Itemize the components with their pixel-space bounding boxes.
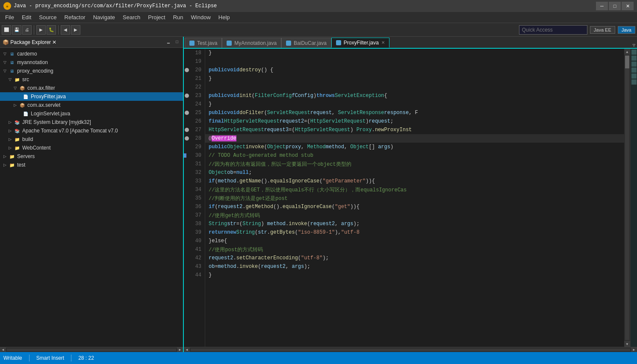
code-line-30: // TODO Auto-generated method stub (205, 151, 624, 160)
line-numbers: 18 19 20 21 22 23 24 25 (184, 49, 205, 347)
toolbar-save[interactable]: 💾 (12, 25, 21, 35)
code-line-20: public void destroy() { (205, 66, 624, 74)
tree-item-tomcat[interactable]: ▷ 📚 Apache Tomcat v7.0 [Apache Tomcat v7… (0, 126, 183, 135)
status-writable: Writable (3, 355, 22, 361)
tabs-overflow[interactable]: ▽ (632, 42, 635, 48)
tab-test-java[interactable]: Test.java (185, 38, 222, 48)
pe-scroll-track[interactable] (7, 349, 176, 351)
tab-label-baiducar: BaiDuCar.java (294, 40, 327, 46)
menu-file[interactable]: File (2, 13, 18, 21)
menu-search[interactable]: Search (119, 13, 144, 21)
editor-hscroll-track[interactable] (191, 349, 630, 351)
tree-item-com-ax-filter[interactable]: ▽ 📦 com.ax.filter (0, 84, 183, 92)
pe-header: 📦 Package Explorer ✕ 🗕 □ (0, 37, 183, 48)
tree-item-cardemo[interactable]: ▽ 🖥 cardemo (0, 50, 183, 58)
quick-access-input[interactable] (519, 25, 587, 35)
tab-close-proxyfilter[interactable]: ✕ (381, 40, 385, 45)
gutter-33: 33 (184, 177, 205, 185)
tree-item-servers[interactable]: ▷ 📁 Servers (0, 152, 183, 161)
toolbar-sep-2 (58, 25, 59, 35)
rs-btn-6[interactable] (631, 79, 637, 85)
code-line-36: if(request2.getMethod().equalsIgnoreCase… (205, 203, 624, 211)
vscroll-track[interactable] (625, 56, 629, 340)
maximize-button[interactable]: □ (609, 2, 621, 10)
code-line-24: } (205, 100, 624, 109)
rs-btn-5[interactable] (631, 73, 637, 79)
pe-minimize[interactable]: 🗕 (165, 39, 172, 46)
vscroll-thumb[interactable] (625, 56, 629, 68)
gutter-38: 38 (184, 220, 205, 228)
menu-source[interactable]: Source (35, 13, 60, 21)
code-line-28: @Override (205, 134, 624, 143)
tree-item-proxy-encoding[interactable]: ▽ 🖥 proxy_encoding (0, 67, 183, 75)
menu-run[interactable]: Run (170, 13, 187, 21)
vscroll-up[interactable]: ▲ (624, 49, 630, 55)
menu-refactor[interactable]: Refactor (61, 13, 89, 21)
code-line-39: return new String(str.getBytes("iso-8859… (205, 228, 624, 237)
code-line-35: //判断使用的方法是get还是post (205, 194, 624, 203)
gutter-39: 39 (184, 228, 205, 237)
tab-icon-test (189, 41, 195, 46)
tab-myannotation-java[interactable]: MyAnnotation.java (222, 38, 281, 48)
tree-item-src[interactable]: ▽ 📁 src (0, 75, 183, 84)
rs-btn-4[interactable] (631, 68, 637, 73)
perspective-java[interactable]: Java (618, 26, 635, 34)
code-line-25: public void doFilter(ServletRequest requ… (205, 109, 624, 117)
toolbar-forward[interactable]: ▶ (71, 25, 80, 35)
tree-item-test[interactable]: ▷ 📁 test (0, 161, 183, 169)
minimize-button[interactable]: ─ (596, 2, 608, 10)
menu-help[interactable]: Help (215, 13, 233, 21)
tab-baiducar-java[interactable]: BaiDuCar.java (281, 38, 331, 48)
tree-item-loginservlet[interactable]: 📄 LoginServlet.java (0, 109, 183, 118)
editor-hscroll[interactable]: ◀ ▶ (184, 347, 637, 352)
tab-label-test: Test.java (197, 40, 217, 46)
pe-horizontal-scrollbar[interactable]: ◀ ▶ (0, 347, 183, 352)
status-insert-mode: Smart Insert (36, 355, 64, 361)
toolbar-run[interactable]: ▶ (36, 25, 46, 35)
gutter-36: 36 (184, 203, 205, 211)
breakpoint-25 (185, 111, 189, 115)
editor-hscroll-left[interactable]: ◀ (184, 347, 190, 352)
pe-tree: ▽ 🖥 cardemo ▽ 🖥 myannotation ▽ 🖥 proxy_e… (0, 48, 183, 347)
tree-item-build[interactable]: ▷ 📁 build (0, 135, 183, 144)
toolbar-new[interactable]: ⬜ (2, 25, 11, 35)
perspective-java-ee[interactable]: Java EE (590, 26, 615, 34)
toolbar-debug[interactable]: 🐛 (47, 25, 56, 35)
tree-item-proxyfilter[interactable]: 📄 ProxyFilter.java (0, 92, 183, 101)
menu-window[interactable]: Window (188, 13, 214, 21)
rs-btn-3[interactable] (631, 62, 637, 67)
tab-label-proxyfilter: ProxyFilter.java (344, 40, 379, 46)
gutter-20: 20 (184, 66, 205, 74)
status-position: 28 : 22 (78, 355, 94, 361)
close-button[interactable]: ✕ (622, 2, 634, 10)
rs-btn-1[interactable] (631, 50, 637, 55)
editor-hscroll-right[interactable]: ▶ (631, 347, 637, 352)
toolbar-back[interactable]: ◀ (61, 25, 70, 35)
tree-item-com-ax-servlet[interactable]: ▷ 📦 com.ax.servlet (0, 101, 183, 109)
menu-edit[interactable]: Edit (18, 13, 35, 21)
menu-project[interactable]: Project (145, 13, 168, 21)
vscroll-down[interactable]: ▼ (624, 341, 630, 347)
code-line-21: } (205, 74, 624, 83)
tree-item-webcontent[interactable]: ▷ 📁 WebContent (0, 144, 183, 152)
tree-item-myannotation[interactable]: ▽ 🖥 myannotation (0, 58, 183, 67)
tabs-right: ▽ (631, 42, 637, 48)
gutter-35: 35 (184, 194, 205, 203)
menu-navigate[interactable]: Navigate (90, 13, 118, 21)
rs-btn-2[interactable] (631, 56, 637, 61)
tab-proxyfilter-java[interactable]: ProxyFilter.java ✕ (331, 38, 389, 48)
code-editor[interactable]: 18 19 20 21 22 23 24 25 (184, 49, 637, 347)
pe-scroll-left[interactable]: ◀ (0, 347, 6, 352)
toolbar-print[interactable]: 🖨 (22, 25, 32, 35)
code-content[interactable]: } public void destroy() { } public void … (205, 49, 624, 347)
app-icon: ☕ (3, 2, 11, 10)
pe-maximize[interactable]: □ (174, 39, 180, 46)
editor-area: Test.java MyAnnotation.java BaiDuCar.jav… (184, 37, 637, 352)
code-line-34: //这里的方法名是GET，所以使用equals不行（大小写区分），而equals… (205, 185, 624, 194)
editor-vscroll[interactable]: ▲ ▼ (624, 49, 630, 347)
gutter-18: 18 (184, 49, 205, 57)
code-line-23: public void init(FilterConfig fConfig) t… (205, 91, 624, 100)
right-sidebar (630, 49, 637, 347)
tree-item-jre[interactable]: ▷ 📚 JRE System Library [myjdk32] (0, 118, 183, 126)
pe-scroll-right[interactable]: ▶ (177, 347, 183, 352)
